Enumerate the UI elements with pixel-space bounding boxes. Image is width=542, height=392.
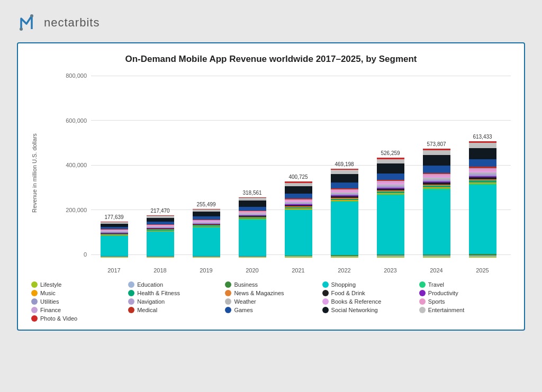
- stacked-bar: [377, 158, 404, 258]
- bar-segment-shopping: [101, 236, 128, 256]
- legend-item: Business: [225, 281, 317, 288]
- bar-segment-lifestyle: [101, 257, 128, 258]
- x-axis-label: 2020: [239, 267, 266, 274]
- bar-segment-shopping: [147, 232, 174, 256]
- bar-segment-social-networking: [239, 200, 266, 206]
- bar-segment-lifestyle: [377, 257, 404, 258]
- logo-area: nectarbits: [16, 11, 100, 34]
- legend-color-dot: [128, 298, 134, 305]
- stacked-bar: [285, 181, 312, 258]
- legend-item: Games: [225, 307, 317, 313]
- x-axis-label: 2022: [331, 267, 358, 274]
- legend-item: Sports: [419, 298, 511, 305]
- x-axis-label: 2025: [469, 267, 496, 274]
- logo-text: nectarbits: [44, 16, 100, 30]
- legend-color-dot: [322, 281, 329, 288]
- legend-item: Finance: [31, 307, 123, 313]
- bar-segment-games: [377, 174, 404, 180]
- y-axis-label: Revenue in million U.S. dollars: [31, 72, 38, 274]
- legend-color-dot: [128, 307, 134, 313]
- bar-segment-social-networking: [285, 186, 312, 194]
- legend-label: Shopping: [331, 281, 356, 288]
- grid-tick-label: 400,000: [62, 162, 91, 168]
- legend-label: Business: [234, 281, 258, 288]
- bar-segment-shopping: [469, 185, 496, 254]
- bar-segment-lifestyle: [285, 257, 312, 258]
- legend-color-dot: [419, 298, 426, 305]
- legend-item: Health & Fitness: [128, 290, 220, 296]
- legend-label: Music: [40, 290, 56, 296]
- legend-label: Travel: [428, 281, 444, 288]
- legend-label: Weather: [234, 298, 256, 305]
- logo-icon: [16, 11, 40, 34]
- x-axis-label: 2018: [147, 267, 174, 274]
- bar-segment-shopping: [331, 202, 358, 255]
- bar-group: 526,259: [377, 150, 404, 258]
- legend-label: Navigation: [137, 298, 165, 305]
- legend-color-dot: [128, 281, 134, 288]
- legend-color-dot: [322, 298, 329, 305]
- legend-color-dot: [31, 315, 38, 322]
- legend-item: Medical: [128, 307, 220, 313]
- legend-label: Education: [137, 281, 163, 288]
- x-axis-label: 2017: [101, 267, 128, 274]
- stacked-bar: [423, 149, 450, 258]
- legend-color-dot: [31, 290, 38, 296]
- bar-segment-entertainment: [331, 170, 358, 174]
- legend-item: Utilities: [31, 298, 123, 305]
- bar-segment-social-networking: [423, 155, 450, 166]
- legend-label: Games: [234, 307, 252, 313]
- legend-label: Photo & Video: [40, 315, 77, 322]
- legend-color-dot: [322, 307, 329, 313]
- bar-segment-social-networking: [469, 148, 496, 159]
- bar-group: 400,725: [285, 174, 312, 258]
- stacked-bar: [331, 169, 358, 258]
- grid-tick-label: 200,000: [62, 207, 91, 213]
- legend-label: Food & Drink: [331, 290, 365, 296]
- bar-group: 573,807: [423, 141, 450, 258]
- legend-item: Photo & Video: [31, 315, 123, 322]
- legend-item: Shopping: [322, 281, 414, 288]
- bar-group: 613,433: [469, 134, 496, 258]
- legend-item: Navigation: [128, 298, 220, 305]
- bar-total-label: 573,807: [427, 141, 446, 147]
- bar-total-label: 255,499: [196, 202, 215, 207]
- bar-segment-entertainment: [469, 143, 496, 148]
- legend-label: News & Magazines: [234, 290, 284, 296]
- stacked-bar: [239, 197, 266, 258]
- legend-label: Sports: [428, 298, 445, 305]
- legend-item: Productivity: [419, 290, 511, 296]
- legend-item: Food & Drink: [322, 290, 414, 296]
- bar-total-label: 526,259: [381, 150, 400, 156]
- bar-segment-games: [331, 183, 358, 188]
- bar-segment-shopping: [285, 210, 312, 255]
- legend-item: Travel: [419, 281, 511, 288]
- bar-segment-lifestyle: [469, 257, 496, 258]
- bar-segment-shopping: [239, 220, 266, 256]
- stacked-bar: [101, 222, 128, 258]
- grid-and-bars: 800,000600,000400,000200,0000 177,639217…: [41, 72, 511, 274]
- page-container: nectarbits On-Demand Mobile App Revenue …: [0, 0, 542, 392]
- legend-label: Entertainment: [428, 307, 464, 313]
- legend-color-dot: [31, 307, 38, 313]
- legend-color-dot: [419, 281, 426, 288]
- legend-label: Finance: [40, 307, 61, 313]
- grid-tick-label: 600,000: [62, 117, 91, 124]
- legend-item: Weather: [225, 298, 317, 305]
- x-axis-label: 2019: [193, 267, 220, 274]
- bar-segment-social-networking: [377, 163, 404, 173]
- stacked-bar: [147, 215, 174, 258]
- bar-segment-social-networking: [193, 212, 220, 216]
- bar-segment-shopping: [193, 227, 220, 256]
- bar-segment-games: [239, 207, 266, 211]
- legend-color-dot: [31, 281, 38, 288]
- legend-item: Entertainment: [419, 307, 511, 313]
- legend-item: Education: [128, 281, 220, 288]
- bar-segment-shopping: [423, 190, 450, 254]
- legend-label: Lifestyle: [40, 281, 61, 288]
- legend-color-dot: [322, 290, 329, 296]
- bar-segment-games: [423, 166, 450, 172]
- legend-item: Social Networking: [322, 307, 414, 313]
- chart-title: On-Demand Mobile App Revenue worldwide 2…: [31, 54, 511, 65]
- bar-total-label: 177,639: [104, 214, 123, 220]
